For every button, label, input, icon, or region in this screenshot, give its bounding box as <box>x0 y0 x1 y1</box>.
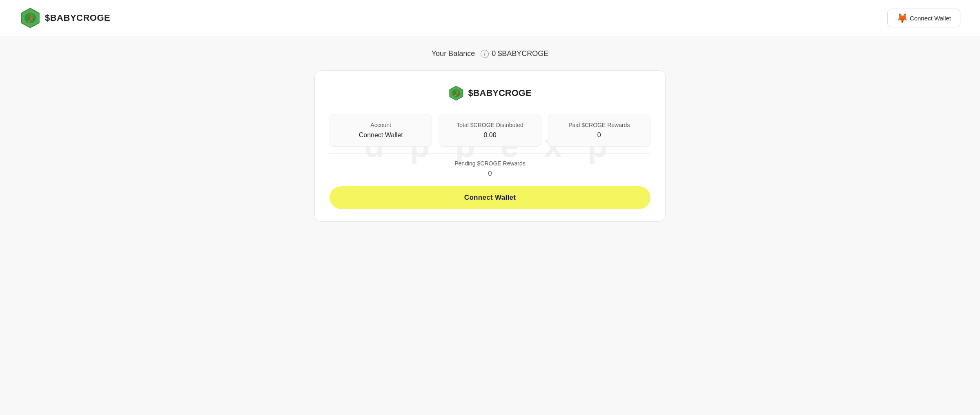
balance-section: Your Balance i 0 $BABYCROGE <box>0 36 980 66</box>
stats-section: d p p e x p Account Connect Wallet Total… <box>330 114 650 177</box>
connect-wallet-label: Connect Wallet <box>910 15 951 22</box>
logo-area: 🐊 $BABYCROGE <box>20 7 110 29</box>
stat-value-paid-rewards: 0 <box>555 132 644 139</box>
svg-text:🐊: 🐊 <box>25 13 36 23</box>
stat-label-account: Account <box>336 122 425 128</box>
pending-row: Pending $CROGE Rewards 0 <box>330 153 650 177</box>
connect-wallet-button[interactable]: 🦊 Connect Wallet <box>887 9 960 27</box>
stat-label-paid-rewards: Paid $CROGE Rewards <box>555 122 644 128</box>
main-card: 🐊 $BABYCROGE d p p e x p Account Connect… <box>314 70 666 222</box>
card-logo-text: $BABYCROGE <box>468 88 531 98</box>
header: 🐊 $BABYCROGE 🦊 Connect Wallet <box>0 0 980 36</box>
stat-value-account: Connect Wallet <box>336 132 425 139</box>
pending-value: 0 <box>330 170 650 177</box>
stat-box-paid-rewards: Paid $CROGE Rewards 0 <box>548 114 650 147</box>
balance-label: Your Balance <box>432 49 475 58</box>
balance-amount: 0 $BABYCROGE <box>492 49 548 58</box>
metamask-icon: 🦊 <box>897 13 906 23</box>
pending-label: Pending $CROGE Rewards <box>330 160 650 167</box>
stat-label-total-distributed: Total $CROGE Distributed <box>445 122 534 128</box>
connect-wallet-bottom-button[interactable]: Connect Wallet <box>330 186 650 209</box>
logo-text: $BABYCROGE <box>45 13 110 23</box>
info-icon[interactable]: i <box>481 50 489 58</box>
stat-box-account: Account Connect Wallet <box>330 114 432 147</box>
card-logo-area: 🐊 $BABYCROGE <box>330 85 650 101</box>
stat-value-total-distributed: 0.00 <box>445 132 534 139</box>
svg-text:🐊: 🐊 <box>452 89 460 97</box>
balance-value: i 0 $BABYCROGE <box>481 49 548 58</box>
stats-row: Account Connect Wallet Total $CROGE Dist… <box>330 114 650 147</box>
stat-box-total-distributed: Total $CROGE Distributed 0.00 <box>439 114 541 147</box>
logo-icon: 🐊 <box>20 7 41 29</box>
card-logo-icon: 🐊 <box>448 85 464 101</box>
